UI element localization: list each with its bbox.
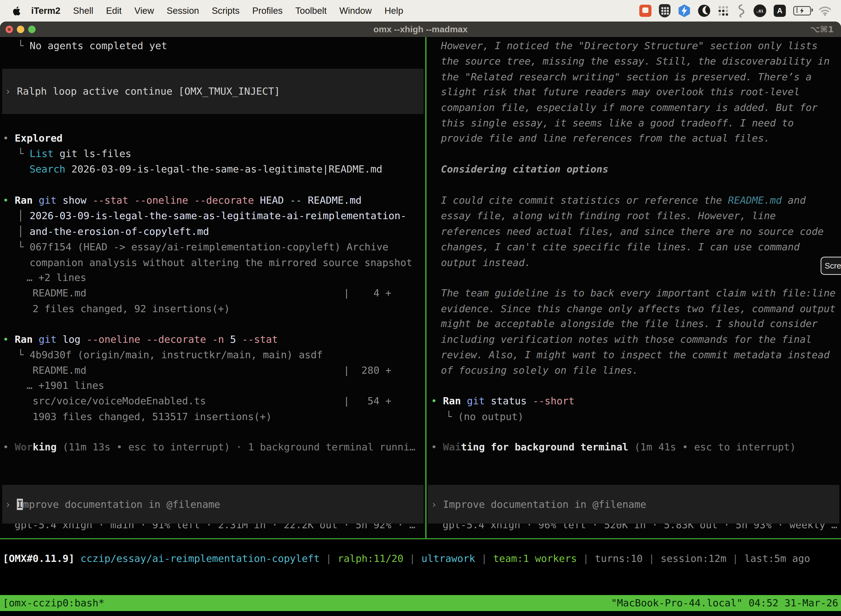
ralph-loop-box: › Ralph loop active continue [OMX_TMUX_I… — [2, 69, 423, 114]
minimize-button[interactable] — [17, 26, 24, 33]
iterm-window: omx --xhigh --madmax ⌥⌘1 └ No agents com… — [0, 22, 841, 616]
tmux-status-bar: [omx-cczip0:bash* "MacBook-Pro-44.local"… — [0, 595, 841, 611]
menu-item-iterm2[interactable]: iTerm2 — [25, 6, 67, 16]
zoom-button[interactable] — [28, 26, 35, 33]
a-app-icon[interactable]: A — [774, 5, 786, 17]
pane-divider[interactable] — [425, 37, 426, 539]
omx-status-bar: [OMX#0.11.9] cczip/essay/ai-reimplementa… — [3, 551, 839, 567]
tmux-session-label: [omx-cczip0:bash* — [3, 595, 104, 611]
menu-item-shell[interactable]: Shell — [67, 6, 100, 16]
menu-item-toolbelt[interactable]: Toolbelt — [289, 6, 333, 16]
menu-bar: iTerm2 Shell Edit View Session Scripts P… — [0, 0, 841, 22]
title-bar[interactable]: omx --xhigh --madmax ⌥⌘1 — [0, 22, 841, 37]
gauge-61-icon[interactable]: ..61 — [753, 4, 766, 17]
menu-item-scripts[interactable]: Scripts — [205, 6, 246, 16]
lightning-hexagon-icon[interactable] — [678, 4, 691, 17]
menu-item-profiles[interactable]: Profiles — [246, 6, 289, 16]
menu-item-edit[interactable]: Edit — [100, 6, 128, 16]
screen-edge-overlay[interactable]: Scre — [820, 257, 841, 275]
menu-item-session[interactable]: Session — [160, 6, 205, 16]
menu-item-view[interactable]: View — [128, 6, 160, 16]
chat-app-icon[interactable] — [639, 5, 652, 17]
right-prompt-input[interactable]: › Improve documentation in @filename — [428, 485, 840, 524]
window-title: omx --xhigh --madmax — [373, 24, 467, 35]
dots-grid-menu-icon[interactable] — [718, 5, 729, 16]
window-shortcut-badge: ⌥⌘1 — [810, 24, 834, 34]
apple-menu-icon[interactable] — [11, 5, 21, 16]
menu-left: iTerm2 Shell Edit View Session Scripts P… — [0, 5, 409, 16]
left-prompt-input[interactable]: › Improve documentation in @filename — [2, 485, 423, 524]
crescent-app-icon[interactable] — [698, 5, 710, 17]
menu-status-icons: ..61 A — [639, 4, 841, 18]
close-button[interactable] — [6, 26, 13, 33]
right-pane[interactable]: However, I noticed the "Directory Struct… — [426, 37, 841, 538]
pane-bottom-border — [0, 538, 841, 539]
terminal-area: └ No agents completed yet• Explored└ Lis… — [0, 37, 841, 539]
wifi-icon[interactable] — [818, 6, 832, 16]
menu-item-window[interactable]: Window — [333, 6, 378, 16]
battery-charging-icon[interactable] — [793, 6, 811, 15]
squiggle-status-icon[interactable] — [736, 4, 746, 18]
tmux-host-clock: "MacBook-Pro-44.local" 04:52 31-Mar-26 — [611, 595, 838, 611]
traffic-lights — [6, 26, 35, 33]
menu-item-help[interactable]: Help — [378, 6, 409, 16]
shield-grid-icon[interactable] — [659, 4, 671, 18]
